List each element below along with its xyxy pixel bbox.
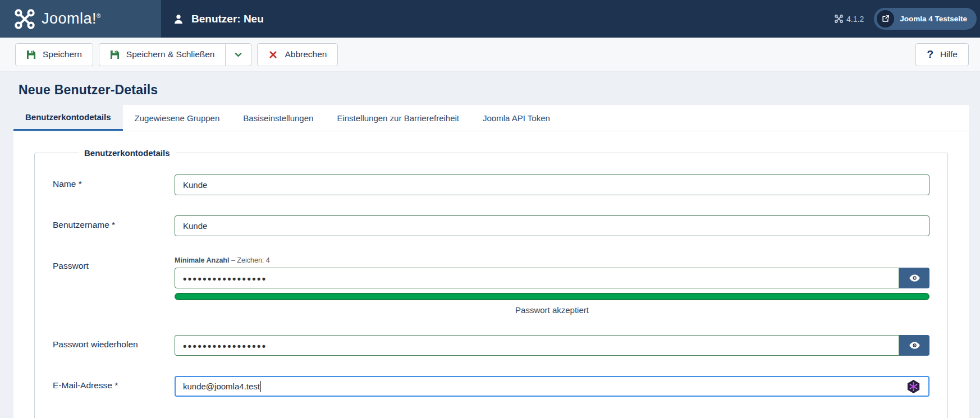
email-row: E-Mail-Adresse * kunde@joomla4.test bbox=[53, 376, 929, 397]
password-manager-extension-icon[interactable] bbox=[906, 379, 921, 394]
password-confirm-input[interactable] bbox=[175, 335, 899, 356]
cancel-label: Abbrechen bbox=[285, 49, 327, 59]
username-label: Benutzername * bbox=[53, 215, 175, 230]
password-strength-meter bbox=[175, 293, 929, 300]
header-main: Benutzer: Neu 4.1.2 Joomla bbox=[161, 0, 980, 38]
eye-icon bbox=[909, 339, 921, 351]
help-icon: ? bbox=[927, 48, 933, 61]
save-button[interactable]: Speichern bbox=[15, 43, 93, 66]
tab-barrierefreiheit[interactable]: Einstellungen zur Barrierefreiheit bbox=[325, 105, 471, 131]
name-row: Name * bbox=[53, 174, 929, 195]
joomla-version: 4.1.2 bbox=[835, 15, 864, 24]
password-input[interactable] bbox=[175, 268, 899, 288]
toggle-password-visibility-button[interactable] bbox=[899, 268, 929, 288]
password-strength-text: Passwort akzeptiert bbox=[175, 305, 929, 315]
save-close-label: Speichern & Schließen bbox=[126, 49, 215, 59]
form-tabs: Benutzerkontodetails Zugewiesene Gruppen… bbox=[13, 105, 969, 131]
email-input[interactable]: kunde@joomla4.test bbox=[175, 376, 929, 397]
user-icon bbox=[172, 13, 185, 25]
name-input[interactable] bbox=[175, 174, 929, 195]
tab-basiseinstellungen[interactable]: Basiseinstellungen bbox=[231, 105, 325, 131]
save-icon bbox=[26, 50, 36, 59]
account-details-fieldset: Benutzerkontodetails Name * Benutzername… bbox=[34, 148, 948, 418]
save-options-dropdown-toggle[interactable] bbox=[225, 44, 251, 66]
password-confirm-label: Passwort wiederholen bbox=[53, 335, 175, 350]
username-row: Benutzername * bbox=[53, 215, 929, 236]
tab-joomla-api-token[interactable]: Joomla API Token bbox=[471, 105, 562, 131]
email-value: kunde@joomla4.test bbox=[183, 382, 260, 391]
fieldset-legend: Benutzerkontodetails bbox=[79, 148, 176, 158]
name-label: Name * bbox=[53, 174, 175, 189]
tab-content: Benutzerkontodetails Name * Benutzername… bbox=[13, 131, 969, 418]
email-label: E-Mail-Adresse * bbox=[53, 376, 175, 391]
external-link-icon bbox=[877, 10, 894, 27]
password-hint: Minimale Anzahl – Zeichen: 4 bbox=[175, 256, 929, 264]
save-close-button-group: Speichern & Schließen bbox=[99, 43, 252, 66]
page-header-title: Benutzer: Neu bbox=[191, 13, 264, 25]
joomla-wordmark: Joomla!® bbox=[42, 10, 101, 27]
password-confirm-row: Passwort wiederholen bbox=[53, 335, 929, 356]
eye-icon bbox=[909, 272, 921, 284]
admin-header: Joomla!® Benutzer: Neu 4.1.2 bbox=[0, 0, 980, 38]
tab-benutzerkontodetails[interactable]: Benutzerkontodetails bbox=[13, 105, 123, 131]
chevron-down-icon bbox=[233, 50, 243, 59]
joomla-logo-icon bbox=[15, 9, 35, 29]
username-input[interactable] bbox=[175, 215, 929, 236]
text-cursor bbox=[260, 381, 262, 392]
password-row: Passwort Minimale Anzahl – Zeichen: 4 bbox=[53, 256, 929, 315]
site-preview-label: Joomla 4 Testseite bbox=[900, 15, 967, 23]
joomla-version-icon bbox=[835, 15, 843, 23]
user-form-card: Benutzerkontodetails Zugewiesene Gruppen… bbox=[13, 105, 969, 418]
cancel-icon bbox=[268, 50, 278, 59]
help-label: Hilfe bbox=[940, 49, 958, 59]
save-icon bbox=[110, 50, 120, 59]
page-content: Neue Benutzer-Details Benutzerkontodetai… bbox=[0, 82, 980, 418]
toggle-password-confirm-visibility-button[interactable] bbox=[899, 335, 929, 356]
action-toolbar: Speichern Speichern & Schließen Abbreche… bbox=[0, 38, 980, 72]
password-label: Passwort bbox=[53, 256, 175, 271]
joomla-logo-block[interactable]: Joomla!® bbox=[0, 0, 161, 38]
page-title: Neue Benutzer-Details bbox=[19, 82, 969, 98]
tab-zugewiesene-gruppen[interactable]: Zugewiesene Gruppen bbox=[123, 105, 232, 131]
help-button[interactable]: ? Hilfe bbox=[915, 43, 969, 66]
cancel-button[interactable]: Abbrechen bbox=[257, 43, 338, 66]
site-preview-button[interactable]: Joomla 4 Testseite bbox=[874, 8, 977, 30]
save-label: Speichern bbox=[43, 49, 82, 59]
save-close-button[interactable]: Speichern & Schließen bbox=[99, 44, 226, 66]
